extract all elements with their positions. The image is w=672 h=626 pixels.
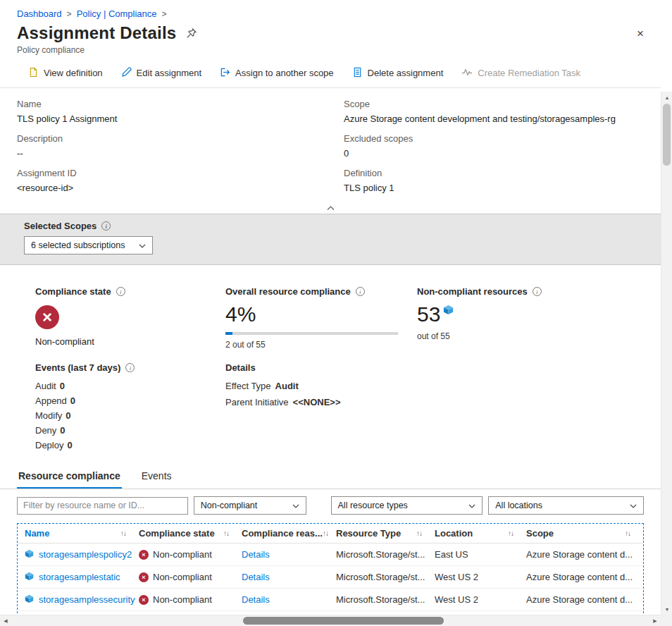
resource-cube-icon: [443, 305, 454, 317]
info-icon[interactable]: i: [116, 287, 125, 296]
resource-name-link[interactable]: storagesamplestatic: [39, 572, 120, 582]
location-cell: West US 2: [435, 594, 526, 605]
horizontal-scrollbar-thumb[interactable]: [243, 617, 444, 625]
assignment-summary: Name TLS policy 1 Assignment Description…: [0, 88, 661, 202]
column-header-compliance-reason[interactable]: Compliance reas...↑↓: [242, 528, 336, 539]
resource-name-link[interactable]: storagesamplessecurity: [39, 594, 135, 605]
resource-type-filter-dropdown[interactable]: All resource types: [331, 496, 483, 515]
event-count-deny: Deny0: [35, 425, 225, 436]
details-panel-card: Details Effect TypeAudit Parent Initiati…: [225, 362, 417, 455]
tab-resource-compliance[interactable]: Resource compliance: [17, 470, 122, 489]
compliance-state-filter-dropdown[interactable]: Non-compliant: [194, 496, 306, 515]
table-row[interactable]: storagesamplessecurity ×Non-compliant De…: [18, 589, 643, 611]
field-definition: Definition TLS policy 1: [344, 168, 644, 194]
chevron-up-icon: [327, 202, 335, 213]
command-bar: View definition Edit assignment Assign t…: [0, 55, 661, 88]
toolbar-item-label: Delete assignment: [368, 68, 444, 78]
resource-filter-input[interactable]: [17, 497, 188, 515]
chevron-down-icon: [139, 240, 146, 250]
summary-right-column: Scope Azure Storage content development …: [344, 99, 644, 202]
subscription-scope-dropdown[interactable]: 6 selected subscriptions: [24, 236, 153, 254]
scope-cell: Azure Storage content d...: [526, 594, 643, 605]
events-card: Events (last 7 days) i Audit0 Append0 Mo…: [35, 362, 225, 455]
event-value: 0: [70, 395, 75, 406]
compliance-state-title: Compliance state: [35, 286, 111, 297]
field-value: --: [17, 148, 344, 159]
info-icon[interactable]: i: [356, 287, 365, 296]
parent-initiative-row: Parent Initiative<<NONE>>: [225, 397, 417, 407]
info-icon[interactable]: i: [533, 287, 542, 296]
close-icon[interactable]: ×: [637, 27, 644, 39]
field-label: Scope: [344, 99, 644, 110]
breadcrumb-policy-compliance[interactable]: Policy | Compliance: [77, 8, 157, 19]
noncompliant-resources-card: Non-compliant resources i 53 out of 55: [417, 286, 661, 350]
scroll-left-arrow[interactable]: ◀: [0, 615, 11, 626]
selected-scopes-section: Selected Scopes i 6 selected subscriptio…: [0, 214, 661, 265]
event-value: 0: [60, 425, 65, 436]
events-title: Events (last 7 days): [35, 362, 120, 373]
scope-cell: Azure Storage content d...: [526, 549, 643, 560]
sort-icon: ↑↓: [120, 529, 126, 537]
sort-icon: ↑↓: [416, 529, 422, 537]
column-header-scope[interactable]: Scope↑↓: [526, 528, 643, 539]
pin-icon[interactable]: [186, 27, 197, 39]
event-label: Modify: [35, 410, 62, 421]
compliance-state-card: Compliance state i × Non-compliant: [35, 286, 225, 350]
column-label: Scope: [526, 528, 554, 539]
vertical-scrollbar[interactable]: ▲ ▼: [661, 92, 672, 615]
breadcrumb-dashboard[interactable]: Dashboard: [17, 8, 62, 19]
toolbar-item-label: Assign to another scope: [235, 68, 333, 78]
column-header-location[interactable]: Location↑↓: [435, 528, 526, 539]
column-label: Location: [435, 528, 473, 539]
location-filter-dropdown[interactable]: All locations: [488, 496, 644, 515]
table-row[interactable]: storagesamplestatic ×Non-compliant Detai…: [18, 566, 643, 589]
scroll-up-arrow[interactable]: ▲: [661, 92, 672, 103]
details-link[interactable]: Details: [242, 572, 270, 582]
field-value: TLS policy 1 Assignment: [17, 113, 344, 125]
tab-events[interactable]: Events: [140, 470, 173, 489]
noncompliant-resources-caption: out of 55: [417, 331, 661, 341]
details-link[interactable]: Details: [242, 594, 270, 605]
overall-compliance-card: Overall resource compliance i 4% 2 out o…: [225, 286, 417, 350]
vertical-scrollbar-thumb[interactable]: [663, 104, 671, 166]
view-definition-button[interactable]: View definition: [28, 67, 103, 80]
event-value: 0: [67, 440, 72, 450]
column-header-resource-type[interactable]: Resource Type↑↓: [336, 528, 435, 539]
column-header-name[interactable]: Name↑↓: [25, 528, 139, 539]
resource-cube-icon: [25, 594, 34, 606]
create-remediation-task-button[interactable]: Create Remediation Task: [461, 66, 580, 80]
field-value: TLS policy 1: [344, 183, 644, 194]
table-row[interactable]: storagesamplespolicy2 ×Non-compliant Det…: [18, 544, 643, 566]
resource-name-link[interactable]: storagesamplespolicy2: [39, 549, 132, 560]
policy-definition-icon: [28, 67, 39, 80]
column-header-compliance-state[interactable]: Compliance state↑↓: [139, 528, 242, 539]
info-icon[interactable]: i: [101, 221, 111, 231]
noncompliant-resources-count: 53: [417, 302, 440, 326]
field-label: Definition: [344, 168, 644, 179]
horizontal-scrollbar[interactable]: ◀ ▶: [0, 615, 661, 626]
field-value: 0: [344, 148, 644, 159]
resource-compliance-table: Name↑↓ Compliance state↑↓ Compliance rea…: [17, 523, 644, 626]
column-label: Resource Type: [336, 528, 401, 539]
scroll-right-arrow[interactable]: ▶: [649, 615, 661, 626]
scroll-down-arrow[interactable]: ▼: [661, 603, 672, 615]
dropdown-value: All resource types: [338, 501, 408, 510]
event-value: 0: [60, 381, 65, 391]
field-name: Name TLS policy 1 Assignment: [17, 99, 344, 125]
location-cell: East US: [435, 549, 526, 560]
effect-type-value: Audit: [275, 381, 299, 391]
delete-assignment-button[interactable]: Delete assignment: [352, 67, 444, 80]
sort-icon: ↑↓: [625, 529, 630, 537]
dropdown-value: 6 selected subscriptions: [31, 240, 125, 250]
breadcrumb: Dashboard>Policy | Compliance>: [0, 0, 661, 20]
noncompliant-icon: ×: [139, 572, 149, 582]
dropdown-value: All locations: [495, 501, 542, 510]
info-icon[interactable]: i: [125, 363, 135, 372]
resource-type-cell: Microsoft.Storage/st...: [336, 549, 435, 560]
summary-left-column: Name TLS policy 1 Assignment Description…: [17, 99, 344, 202]
event-label: Deny: [35, 425, 56, 436]
edit-assignment-button[interactable]: Edit assignment: [121, 67, 202, 80]
details-link[interactable]: Details: [242, 549, 270, 560]
collapse-summary-button[interactable]: [0, 202, 661, 214]
assign-another-scope-button[interactable]: Assign to another scope: [220, 67, 333, 80]
